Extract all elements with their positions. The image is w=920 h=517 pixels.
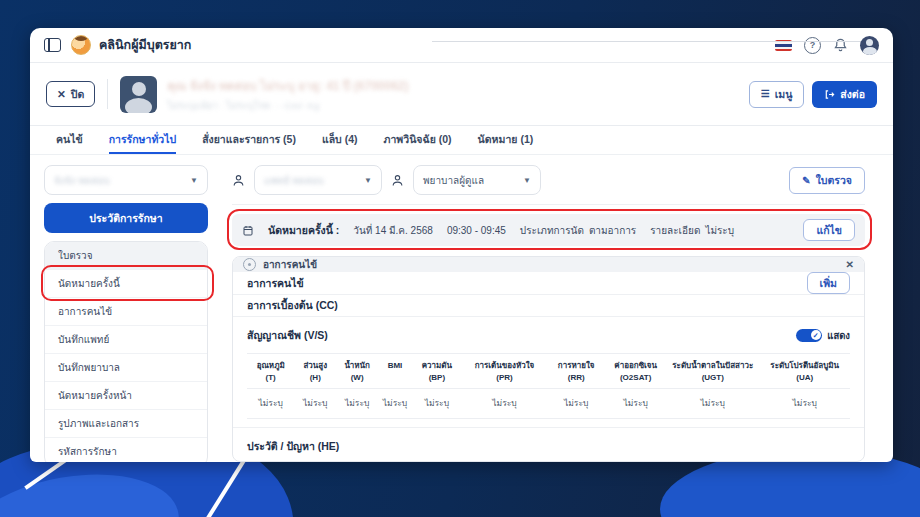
vs-values-row: ไม่ระบุ ไม่ระบุ ไม่ระบุ ไม่ระบุ ไม่ระบุ …	[247, 389, 850, 419]
chief-complaint-label: อาการเบื้องต้น (CC)	[247, 297, 338, 314]
vital-signs-table: อุณหภูมิ(T) ส่วนสูง(H) น้ำหนัก(W) BMI คว…	[247, 353, 850, 419]
appointment-time: 09:30 - 09:45	[447, 225, 506, 236]
calendar-icon	[242, 224, 254, 237]
show-toggle-label: แสดง	[827, 328, 850, 343]
check-icon: ✓	[811, 330, 821, 340]
sidebar-item-nurse-note[interactable]: บันทึกพยาบาล	[45, 354, 207, 382]
tab-patient[interactable]: คนไข้	[56, 126, 83, 154]
divider	[107, 79, 108, 109]
symptoms-section-title: อาการคนไข้	[247, 275, 304, 292]
screen: คลินิกผู้มีบุตรยาก ? ✕ปิด คุณ จังจัง ทดส…	[0, 0, 920, 517]
patient-details: ไม่ระบุแพ้ยา · ไม่ระบุโรค · - Cm/- Kg	[167, 98, 408, 113]
patient-info: คุณ จังจัง ทดสอบ ไม่ระบุ อายุ: 41 ปี (67…	[167, 76, 408, 113]
nurse-select[interactable]: พยาบาลผู้ดูแล ▼	[413, 165, 541, 195]
edit-appointment-button[interactable]: แก้ไข	[803, 219, 855, 241]
tab-lab[interactable]: แล็บ (4)	[322, 126, 358, 154]
tab-general-treatment[interactable]: การรักษาทั่วไป	[109, 126, 176, 154]
show-toggle[interactable]: ✓	[796, 329, 822, 342]
page-title: คลินิกผู้มีบุตรยาก	[99, 35, 191, 55]
appointment-type: ประเภทการนัดตามอาการ	[520, 223, 636, 238]
hamburger-icon: ☰	[761, 89, 770, 99]
doctor-select[interactable]: แพทย์ ทดสอบ ▼	[254, 165, 382, 195]
sidebar-item-this-appointment[interactable]: นัดหมายครั้งนี้	[45, 270, 207, 298]
symptoms-card-header: อาการคนไข้ ✕	[233, 257, 864, 272]
tab-appointments[interactable]: นัดหมาย (1)	[478, 126, 534, 154]
sidebar-item-treatment-code[interactable]: รหัสการรักษา	[45, 438, 207, 462]
toolbar: แพทย์ ทดสอบ ▼ พยาบาลผู้ดูแล ▼ ✎ ใบตรวจ	[232, 165, 865, 205]
pencil-icon: ✎	[802, 175, 810, 186]
history-button[interactable]: ประวัติการรักษา	[44, 203, 208, 233]
sidebar-toggle-icon[interactable]	[44, 38, 61, 52]
sidebar-item-patient-symptoms[interactable]: อาการคนไข้	[45, 298, 207, 326]
chevron-down-icon: ▼	[190, 176, 198, 185]
drag-handle-icon[interactable]	[243, 258, 256, 271]
chevron-down-icon: ▼	[364, 176, 372, 185]
menu-button[interactable]: ☰เมนู	[749, 81, 805, 108]
titlebar-divider	[432, 41, 873, 42]
help-icon[interactable]: ?	[804, 37, 821, 54]
appointment-bar: นัดหมายครั้งนี้ : วันที่ 14 มี.ค. 2568 0…	[232, 214, 865, 246]
patient-bar: ✕ปิด คุณ จังจัง ทดสอบ ไม่ระบุ อายุ: 41 ป…	[30, 63, 893, 126]
tab-orders[interactable]: สั่งยาและรายการ (5)	[202, 126, 296, 154]
app-window: คลินิกผู้มีบุตรยาก ? ✕ปิด คุณ จังจัง ทดส…	[30, 28, 893, 462]
patient-avatar	[120, 76, 157, 113]
appointment-date: วันที่ 14 มี.ค. 2568	[353, 223, 433, 238]
send-forward-icon	[824, 89, 835, 100]
patient-select[interactable]: จังจัง ทดสอบ ▼	[44, 165, 208, 195]
sidebar-item-images-documents[interactable]: รูปภาพและเอกสาร	[45, 410, 207, 438]
clinic-avatar	[71, 35, 91, 55]
notification-bell-icon[interactable]	[833, 37, 848, 53]
history-problem-label: ประวัติ / ปัญหา (HE)	[247, 438, 339, 455]
sidebar-item-doctor-note[interactable]: บันทึกแพทย์	[45, 326, 207, 354]
patient-symptoms-card: อาการคนไข้ ✕ อาการคนไข้ เพิ่ม อาการเบื้อ…	[232, 256, 865, 462]
patient-name: คุณ จังจัง ทดสอบ ไม่ระบุ อายุ: 41 ปี (67…	[167, 76, 408, 95]
tab-imaging[interactable]: ภาพวินิจฉัย (0)	[384, 126, 452, 154]
close-icon: ✕	[57, 88, 66, 100]
vital-signs-label: สัญญาณชีพ (V/S)	[247, 327, 328, 344]
doctor-icon	[232, 174, 245, 187]
exam-sheet-button[interactable]: ✎ ใบตรวจ	[789, 167, 865, 194]
tab-bar: คนไข้ การรักษาทั่วไป สั่งยาและรายการ (5)…	[30, 126, 893, 155]
main-panel: แพทย์ ทดสอบ ▼ พยาบาลผู้ดูแล ▼ ✎ ใบตรวจ	[232, 155, 865, 462]
forward-button[interactable]: ส่งต่อ	[812, 81, 877, 108]
section-list: ใบตรวจ นัดหมายครั้งนี้ อาการคนไข้ บันทึก…	[44, 241, 208, 462]
treatment-sidebar: จังจัง ทดสอบ ▼ ประวัติการรักษา ใบตรวจ นั…	[44, 155, 208, 462]
vs-header-row: อุณหภูมิ(T) ส่วนสูง(H) น้ำหนัก(W) BMI คว…	[247, 354, 850, 389]
appointment-title: นัดหมายครั้งนี้ :	[268, 222, 339, 239]
nurse-icon	[391, 174, 404, 187]
appointment-detail: รายละเอียดไม่ระบุ	[650, 223, 734, 238]
vital-signs-section: สัญญาณชีพ (V/S) ✓ แสดง อุณหภูมิ(T) ส่วนส…	[233, 317, 864, 428]
chevron-down-icon: ▼	[523, 176, 531, 185]
user-avatar[interactable]	[860, 36, 879, 55]
sidebar-item-exam-sheet[interactable]: ใบตรวจ	[45, 242, 207, 270]
sidebar-item-next-appointment[interactable]: นัดหมายครั้งหน้า	[45, 382, 207, 410]
close-visit-button[interactable]: ✕ปิด	[46, 81, 95, 107]
titlebar: คลินิกผู้มีบุตรยาก ?	[30, 28, 893, 63]
close-section-icon[interactable]: ✕	[846, 259, 854, 270]
add-symptom-button[interactable]: เพิ่ม	[807, 272, 850, 294]
